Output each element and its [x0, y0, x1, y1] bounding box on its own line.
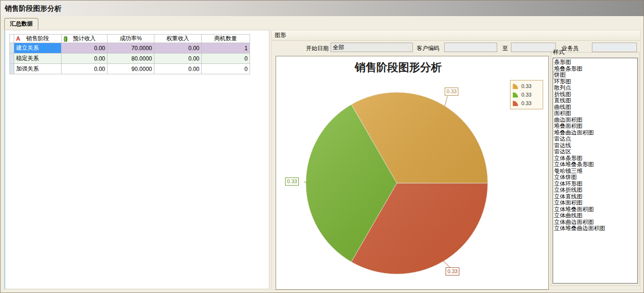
- style-list-item[interactable]: 立体曲线图: [554, 213, 637, 219]
- cell-expected[interactable]: 0.00: [62, 43, 107, 53]
- row-indicator-header: [10, 35, 14, 43]
- cell-expected[interactable]: 0.00: [62, 64, 107, 74]
- legend-value: 0.33: [521, 92, 531, 98]
- style-list-item[interactable]: 立体堆叠曲边面积图: [554, 225, 637, 232]
- customer-code-to-input[interactable]: [511, 43, 556, 52]
- sort-a-icon: A: [16, 36, 20, 42]
- legend-wedge-icon: [512, 91, 519, 98]
- cell-weighted[interactable]: 0.00: [154, 64, 202, 74]
- style-list-item[interactable]: 立体面积图: [554, 200, 637, 206]
- style-list-item[interactable]: 立体环形图: [554, 181, 637, 187]
- column-header-label: 预计收入: [73, 35, 96, 42]
- row-indicator: [10, 43, 14, 53]
- table-header-row: A 销售阶段 预计收入 成功率% 权重收入 商机数量: [10, 35, 250, 43]
- legend-item: 0.33: [512, 91, 541, 98]
- style-list-item[interactable]: 立体折线图: [554, 187, 637, 194]
- pie-chart: [276, 56, 548, 289]
- cell-success-rate[interactable]: 80.0000: [107, 53, 154, 64]
- pie-label-left: 0.33: [285, 178, 299, 186]
- cell-weighted[interactable]: 0.00: [154, 43, 202, 53]
- style-list-item[interactable]: 散列点: [554, 85, 637, 91]
- style-group: 样式 条形图 堆叠条形图 饼图 环形图 散列点 折线图 直线图 曲线图 面积图 …: [551, 48, 640, 286]
- legend-item: 0.33: [512, 83, 541, 89]
- summary-table: A 销售阶段 预计收入 成功率% 权重收入 商机数量: [9, 34, 250, 74]
- style-list-item[interactable]: 曼哈顿三维: [554, 168, 637, 175]
- start-date-input[interactable]: 全部: [331, 43, 413, 52]
- style-list-item[interactable]: 堆叠曲边面积图: [554, 130, 637, 136]
- style-list-item[interactable]: 立体堆叠面积图: [554, 206, 637, 213]
- legend-wedge-icon: [512, 83, 519, 89]
- style-group-label: 样式: [552, 48, 565, 56]
- column-header-stage[interactable]: A 销售阶段: [14, 35, 62, 43]
- window-titlebar: 销售阶段图形分析: [0, 0, 644, 17]
- cell-expected[interactable]: 0.00: [62, 53, 107, 64]
- column-header-expected[interactable]: 预计收入: [62, 35, 107, 43]
- start-date-label: 开始日期: [291, 44, 329, 53]
- style-list-item[interactable]: 折线图: [554, 91, 637, 98]
- graph-panel-caption: 图形: [272, 30, 640, 41]
- cell-success-rate[interactable]: 90.0000: [107, 64, 154, 74]
- pie-label-bottom: 0.33: [446, 267, 459, 275]
- legend-wedge-icon: [512, 100, 519, 107]
- column-header-weighted[interactable]: 权重收入: [154, 35, 202, 43]
- cell-stage-selected[interactable]: 建立关系: [14, 43, 62, 53]
- tab-strip: 汇总数据: [0, 16, 644, 30]
- style-list-item[interactable]: 立体直线图: [554, 194, 637, 200]
- content-area: A 销售阶段 预计收入 成功率% 权重收入 商机数量: [0, 29, 644, 293]
- style-list-item[interactable]: 雷达区: [554, 149, 637, 155]
- cell-count[interactable]: 1: [202, 43, 250, 53]
- style-list-item[interactable]: 立体曲边面积图: [554, 219, 637, 226]
- chart-legend: 0.33 0.33 0.33: [510, 80, 543, 109]
- pie-shading-overlay: [306, 92, 488, 274]
- table-row: 建立关系 0.00 70.0000 0.00 1: [10, 43, 250, 53]
- column-header-label: 销售阶段: [27, 35, 49, 42]
- style-list-item[interactable]: 雷达线: [554, 142, 637, 149]
- legend-value: 0.33: [521, 83, 531, 89]
- legend-value: 0.33: [521, 100, 531, 106]
- table-row: 加强关系 0.00 90.0000 0.00 0: [10, 64, 250, 74]
- cell-count[interactable]: 0: [202, 64, 250, 74]
- style-list-item[interactable]: 环形图: [554, 79, 637, 85]
- style-list-item[interactable]: 立体堆叠条形图: [554, 161, 637, 168]
- customer-code-input[interactable]: [444, 43, 497, 52]
- style-list-item[interactable]: 立体饼图: [554, 174, 637, 181]
- style-list-item[interactable]: 直线图: [554, 98, 637, 104]
- style-list-item[interactable]: 曲边面积图: [554, 117, 637, 124]
- app-window: 销售阶段图形分析 汇总数据 A 销售阶段 预计收入: [0, 0, 644, 293]
- callout-line-bottom: [443, 261, 450, 267]
- style-list-item[interactable]: 堆叠面积图: [554, 123, 637, 130]
- row-indicator: [10, 53, 14, 64]
- style-list-item[interactable]: 面积图: [554, 110, 637, 117]
- green-capsule-icon: [64, 36, 67, 42]
- cell-stage[interactable]: 稳定关系: [14, 53, 62, 64]
- cell-success-rate[interactable]: 70.0000: [107, 43, 154, 53]
- to-label: 至: [502, 44, 509, 53]
- column-header-count[interactable]: 商机数量: [202, 35, 250, 43]
- customer-code-label: 客户编码: [417, 44, 441, 53]
- page-title: 销售阶段图形分析: [0, 0, 62, 16]
- row-indicator: [10, 64, 14, 74]
- style-list-item-selected[interactable]: 饼图: [554, 72, 565, 79]
- chart-style-listbox[interactable]: 条形图 堆叠条形图 饼图 环形图 散列点 折线图 直线图 曲线图 面积图 曲边面…: [553, 58, 638, 284]
- style-list-item[interactable]: 立体条形图: [554, 155, 637, 162]
- tab-summary-data[interactable]: 汇总数据: [4, 18, 38, 30]
- style-list-item[interactable]: 雷达点: [554, 136, 637, 142]
- cell-stage[interactable]: 加强关系: [14, 64, 62, 74]
- summary-table-panel: A 销售阶段 预计收入 成功率% 权重收入 商机数量: [4, 30, 269, 289]
- style-list-item[interactable]: 堆叠条形图: [554, 66, 637, 72]
- cell-count[interactable]: 0: [202, 53, 250, 64]
- style-list-item[interactable]: 条形图: [554, 59, 637, 66]
- legend-item: 0.33: [512, 100, 541, 107]
- callout-line-top: [445, 96, 447, 107]
- pie-label-top: 0.33: [445, 88, 458, 96]
- table-row: 稳定关系 0.00 80.0000 0.00 0: [10, 53, 250, 64]
- chart-area: 销售阶段图形分析: [276, 56, 549, 290]
- cell-weighted[interactable]: 0.00: [154, 53, 202, 64]
- graph-panel: 图形 开始日期 全部 客户编码 至 业务员 销售阶段图形分析: [271, 30, 641, 290]
- style-list-item[interactable]: 曲线图: [554, 104, 637, 111]
- column-header-success-rate[interactable]: 成功率%: [107, 35, 154, 43]
